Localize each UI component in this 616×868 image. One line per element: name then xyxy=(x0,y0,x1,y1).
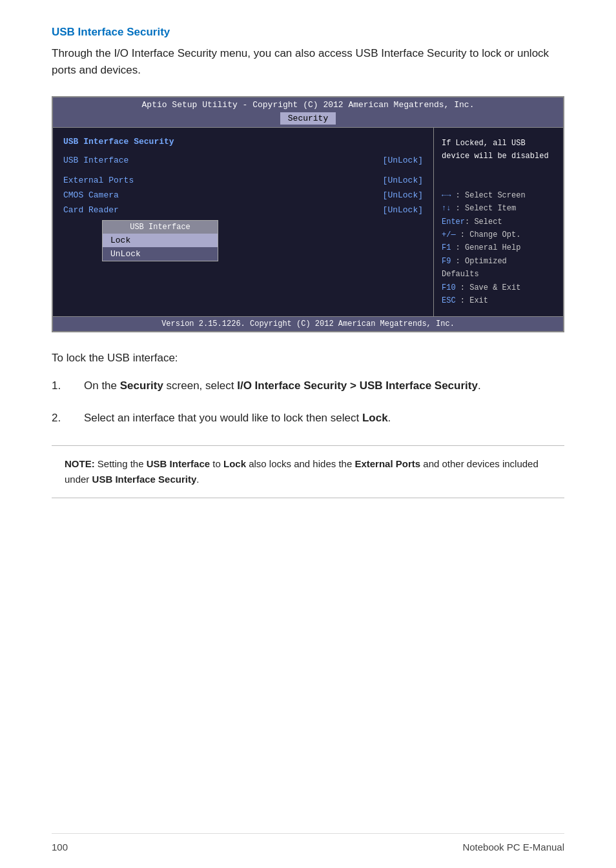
bios-row-cmos-camera: CMOS Camera [UnLock] xyxy=(63,190,423,200)
bios-screenshot: Aptio Setup Utility - Copyright (C) 2012… xyxy=(52,96,564,332)
bios-dropdown-title: USB Interface xyxy=(103,221,218,234)
bios-active-tab: Security xyxy=(280,112,336,125)
step-1-bold-security: Security xyxy=(120,379,163,392)
bios-value-card-reader: [UnLock] xyxy=(383,205,423,215)
bios-label-cmos-camera: CMOS Camera xyxy=(63,190,119,200)
steps-list: 1. On the Security screen, select I/O In… xyxy=(52,378,564,426)
bios-header-text: Aptio Setup Utility - Copyright (C) 2012… xyxy=(142,100,475,110)
help-line-1: ←→ : Select Screen xyxy=(442,189,555,202)
bios-main-panel: USB Interface Security USB Interface [Un… xyxy=(53,128,434,316)
bios-body: USB Interface Security USB Interface [Un… xyxy=(53,128,563,316)
bios-help: ←→ : Select Screen ↑↓ : Select Item Ente… xyxy=(442,189,555,308)
bios-section-heading: USB Interface Security xyxy=(63,137,423,146)
step-2-num: 2. xyxy=(52,410,84,427)
help-line-8: F10 : Save & Exit xyxy=(442,281,555,294)
note-box: NOTE: Setting the USB Interface to Lock … xyxy=(52,445,564,498)
help-line-6: F9 : Optimized xyxy=(442,255,555,268)
page-number: 100 xyxy=(52,842,68,853)
lock-instruction: To lock the USB interface: xyxy=(52,352,564,365)
bios-sidebar: If Locked, all USB device will be disabl… xyxy=(434,128,563,316)
section-title: USB Interface Security xyxy=(52,26,564,39)
bios-value-external-ports: [UnLock] xyxy=(383,176,423,185)
help-line-5: F1 : General Help xyxy=(442,241,555,254)
step-2-bold-lock: Lock xyxy=(362,412,388,424)
note-label: NOTE: xyxy=(65,458,95,469)
bios-footer: Version 2.15.1226. Copyright (C) 2012 Am… xyxy=(53,316,563,331)
bios-row-usb-interface: USB Interface [UnLock] xyxy=(63,156,423,165)
step-2-text: Select an interface that you would like … xyxy=(84,410,564,427)
step-1-text: On the Security screen, select I/O Inter… xyxy=(84,378,564,394)
bios-value-usb-interface: [UnLock] xyxy=(383,156,423,165)
bios-dropdown: USB Interface Lock UnLock xyxy=(102,220,218,261)
note-usb-interface: USB Interface xyxy=(147,458,210,469)
bios-dropdown-item-lock[interactable]: Lock xyxy=(103,234,218,247)
bios-header: Aptio Setup Utility - Copyright (C) 2012… xyxy=(53,97,563,128)
note-external-ports: External Ports xyxy=(354,458,420,469)
bios-row-card-reader: Card Reader [UnLock] xyxy=(63,205,423,215)
step-2: 2. Select an interface that you would li… xyxy=(52,410,564,427)
step-1-bold-menu: I/O Interface Security > USB Interface S… xyxy=(237,379,478,392)
bios-label-card-reader: Card Reader xyxy=(63,205,119,215)
help-line-7: Defaults xyxy=(442,268,555,281)
note-lock: Lock xyxy=(223,458,246,469)
bios-dropdown-item-unlock[interactable]: UnLock xyxy=(103,247,218,261)
help-line-3: Enter: Select xyxy=(442,216,555,228)
step-1: 1. On the Security screen, select I/O In… xyxy=(52,378,564,394)
intro-text: Through the I/O Interface Security menu,… xyxy=(52,45,564,78)
bios-sidebar-hint: If Locked, all USB device will be disabl… xyxy=(442,137,555,163)
bios-value-cmos-camera: [UnLock] xyxy=(383,190,423,200)
page-footer: 100 Notebook PC E-Manual xyxy=(52,833,564,853)
doc-title: Notebook PC E-Manual xyxy=(462,842,564,853)
note-usb-interface-security: USB Interface Security xyxy=(92,474,197,485)
help-line-9: ESC : Exit xyxy=(442,294,555,307)
bios-label-usb-interface: USB Interface xyxy=(63,156,128,165)
bios-label-external-ports: External Ports xyxy=(63,176,134,185)
help-line-4: +/— : Change Opt. xyxy=(442,228,555,241)
step-1-num: 1. xyxy=(52,378,84,394)
page-content: USB Interface Security Through the I/O I… xyxy=(0,0,616,556)
help-line-2: ↑↓ : Select Item xyxy=(442,202,555,215)
bios-row-external-ports: External Ports [UnLock] xyxy=(63,176,423,185)
